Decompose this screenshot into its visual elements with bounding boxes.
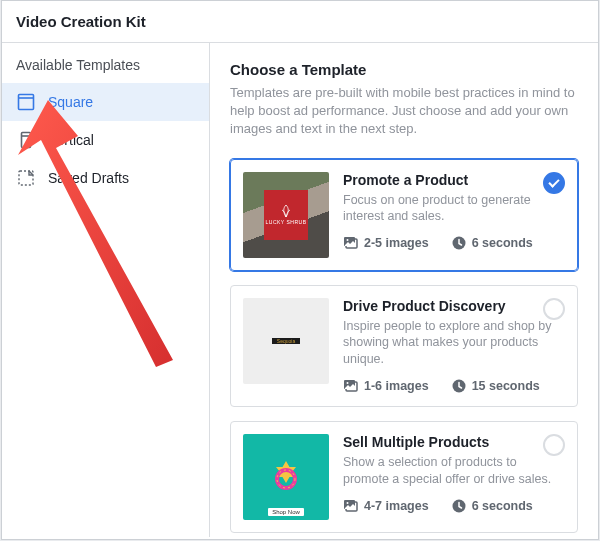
template-card-description: Focus on one product to generate interes… bbox=[343, 192, 565, 226]
template-card-description: Show a selection of products to promote … bbox=[343, 454, 565, 488]
images-icon bbox=[343, 235, 359, 251]
svg-rect-3 bbox=[22, 133, 31, 148]
main-content: Choose a Template Templates are pre-buil… bbox=[210, 43, 598, 537]
template-thumbnail: LUCKY SHRUB bbox=[243, 172, 329, 258]
drafts-icon bbox=[16, 168, 36, 188]
clock-icon bbox=[451, 378, 467, 394]
template-card-body: Promote a Product Focus on one product t… bbox=[343, 172, 565, 258]
sidebar: Available Templates Square Vertical Save… bbox=[2, 43, 210, 537]
svg-point-12 bbox=[347, 382, 349, 384]
template-card-sell-multiple[interactable]: Shop Now Sell Multiple Products Show a s… bbox=[230, 421, 578, 533]
main-description: Templates are pre-built with mobile best… bbox=[230, 84, 578, 139]
sidebar-item-label: Square bbox=[48, 94, 93, 110]
sidebar-item-saved-drafts[interactable]: Saved Drafts bbox=[2, 159, 209, 197]
panel-header: Video Creation Kit bbox=[2, 1, 598, 43]
template-card-promote-product[interactable]: LUCKY SHRUB Promote a Product Focus on o… bbox=[230, 159, 578, 271]
clock-icon bbox=[451, 498, 467, 514]
svg-point-18 bbox=[347, 502, 349, 504]
main-title: Choose a Template bbox=[230, 61, 578, 78]
selection-radio[interactable] bbox=[543, 172, 565, 194]
template-card-description: Inspire people to explore and shop by sh… bbox=[343, 318, 565, 369]
duration-stat: 6 seconds bbox=[451, 498, 533, 514]
images-icon bbox=[343, 498, 359, 514]
sidebar-item-label: Vertical bbox=[48, 132, 94, 148]
template-card-title: Drive Product Discovery bbox=[343, 298, 565, 314]
template-card-title: Sell Multiple Products bbox=[343, 434, 565, 450]
images-stat: 4-7 images bbox=[343, 498, 429, 514]
square-icon bbox=[16, 92, 36, 112]
template-card-stats: 1-6 images 15 seconds bbox=[343, 378, 565, 394]
template-card-body: Drive Product Discovery Inspire people t… bbox=[343, 298, 565, 395]
template-card-title: Promote a Product bbox=[343, 172, 565, 188]
images-stat: 2-5 images bbox=[343, 235, 429, 251]
template-card-stats: 4-7 images 6 seconds bbox=[343, 498, 565, 514]
selection-radio[interactable] bbox=[543, 298, 565, 320]
clock-icon bbox=[451, 235, 467, 251]
template-thumbnail: Shop Now bbox=[243, 434, 329, 520]
svg-point-8 bbox=[347, 239, 349, 241]
sidebar-heading: Available Templates bbox=[2, 57, 209, 83]
thumbnail-cta: Shop Now bbox=[268, 508, 304, 516]
panel-title: Video Creation Kit bbox=[16, 13, 584, 30]
template-thumbnail: Sequoia bbox=[243, 298, 329, 384]
images-icon bbox=[343, 378, 359, 394]
sidebar-item-square[interactable]: Square bbox=[2, 83, 209, 121]
images-stat: 1-6 images bbox=[343, 378, 429, 394]
template-card-stats: 2-5 images 6 seconds bbox=[343, 235, 565, 251]
duration-stat: 15 seconds bbox=[451, 378, 540, 394]
video-creation-kit-panel: Video Creation Kit Available Templates S… bbox=[1, 0, 599, 540]
sidebar-item-vertical[interactable]: Vertical bbox=[2, 121, 209, 159]
duration-stat: 6 seconds bbox=[451, 235, 533, 251]
panel-body: Available Templates Square Vertical Save… bbox=[2, 43, 598, 537]
template-card-body: Sell Multiple Products Show a selection … bbox=[343, 434, 565, 520]
template-card-drive-discovery[interactable]: Sequoia Drive Product Discovery Inspire … bbox=[230, 285, 578, 408]
thumbnail-badge-text: LUCKY SHRUB bbox=[266, 220, 307, 226]
vertical-icon bbox=[16, 130, 36, 150]
sidebar-item-label: Saved Drafts bbox=[48, 170, 129, 186]
